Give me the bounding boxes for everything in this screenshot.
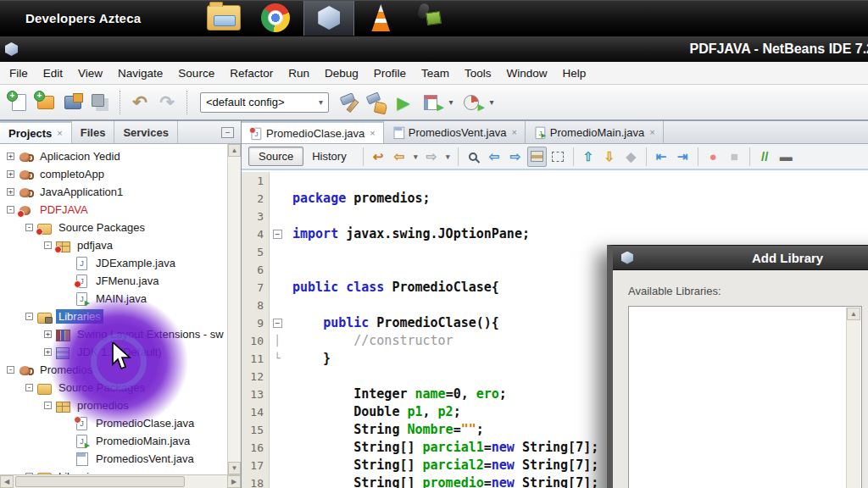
scroll-right-icon[interactable]: ▶ — [227, 475, 241, 488]
menu-team[interactable]: Team — [414, 64, 457, 82]
menu-navigate[interactable]: Navigate — [110, 64, 170, 82]
close-tab-icon[interactable]: × — [57, 128, 62, 138]
toggle-highlight-icon[interactable] — [527, 147, 547, 167]
available-libraries-list[interactable]: ▲ — [628, 306, 862, 488]
minimize-panel-button[interactable]: – — [221, 127, 234, 138]
comment-icon[interactable]: // — [755, 147, 775, 167]
menu-refactor[interactable]: Refactor — [222, 64, 281, 82]
tab-files[interactable]: Files — [72, 121, 115, 143]
redo-button[interactable] — [155, 89, 179, 116]
menu-file[interactable]: File — [2, 64, 36, 82]
expand-icon[interactable]: + — [7, 170, 14, 178]
collapse-icon[interactable]: - — [25, 313, 33, 320]
rectangular-selection-icon[interactable] — [548, 147, 568, 167]
tree-item[interactable]: -promedios — [0, 396, 227, 414]
ddropdown-icon[interactable] — [446, 89, 456, 116]
forward-dropdown-icon[interactable]: ▾ — [443, 147, 453, 167]
record-macro-icon[interactable]: ● — [704, 147, 723, 167]
close-tab-icon[interactable]: × — [511, 127, 516, 137]
minus-icon[interactable]: − — [273, 319, 282, 328]
expand-icon[interactable]: + — [44, 330, 52, 338]
close-tab-icon[interactable]: × — [649, 127, 654, 137]
back-dropdown-icon[interactable]: ▾ — [411, 147, 420, 167]
build-button[interactable] — [337, 89, 361, 116]
expand-icon[interactable]: + — [7, 152, 14, 160]
save-all-button[interactable] — [88, 89, 112, 116]
chrome-icon[interactable] — [261, 3, 290, 32]
tree-vertical-scrollbar[interactable]: ▲ ▼ — [227, 144, 241, 474]
editor-tab[interactable]: PromedioMain.java× — [526, 121, 664, 143]
menu-profile[interactable]: Profile — [366, 64, 414, 82]
fold-collapse-icon[interactable]: − — [270, 314, 285, 332]
netbeans-icon[interactable] — [303, 1, 354, 36]
uncomment-icon[interactable]: ▬ — [776, 147, 796, 167]
collapse-icon[interactable]: - — [44, 241, 52, 249]
close-tab-icon[interactable]: × — [370, 128, 375, 138]
find-icon[interactable] — [464, 147, 483, 167]
menu-edit[interactable]: Edit — [36, 64, 70, 82]
forward-icon[interactable]: ⇨ — [422, 147, 442, 167]
collapse-icon[interactable]: - — [25, 384, 33, 391]
undo-button[interactable] — [128, 89, 152, 116]
history-view-button[interactable]: History — [303, 147, 354, 165]
folder-icon[interactable] — [207, 5, 241, 30]
collapse-icon[interactable]: - — [7, 206, 14, 214]
window-titlebar[interactable]: PDFJAVA - NetBeans IDE 7.2 — [0, 36, 868, 62]
stop-macro-icon[interactable]: ■ — [725, 147, 744, 167]
scroll-up-icon[interactable]: ▲ — [228, 144, 241, 157]
source-view-button[interactable]: Source — [248, 147, 303, 166]
back-icon[interactable]: ⇦ — [390, 147, 409, 167]
tree-item[interactable]: -Libraries — [0, 308, 227, 325]
tree-item[interactable]: +Swing Layout Extensions - sw — [0, 325, 227, 343]
find-next-icon[interactable]: ⇨ — [506, 147, 526, 167]
tree-item[interactable]: -PDFJAVA — [0, 201, 227, 219]
toggle-bookmark-icon[interactable]: ◆ — [621, 147, 641, 167]
last-edit-icon[interactable]: ↩ — [369, 147, 388, 167]
tree-item[interactable]: JFMenu.java — [0, 272, 227, 290]
tree-item[interactable]: MAIN.java — [0, 290, 227, 308]
tree-item[interactable]: JDExample.java — [0, 254, 227, 272]
scroll-left-icon[interactable]: ◀ — [0, 475, 14, 488]
menu-run[interactable]: Run — [281, 64, 317, 82]
new-project-button[interactable] — [34, 89, 58, 116]
clean-build-button[interactable] — [364, 89, 388, 116]
run-button[interactable] — [392, 89, 415, 116]
screen-recorder-icon[interactable] — [414, 3, 442, 33]
collapse-icon[interactable]: - — [25, 224, 33, 231]
vlc-icon[interactable] — [368, 4, 393, 31]
shift-line-right-icon[interactable]: ⇥ — [673, 147, 693, 167]
tree-item[interactable]: -Source Packages — [0, 219, 227, 236]
tree-item[interactable]: -pdfjava — [0, 236, 227, 254]
tree-item[interactable]: +JavaApplication1 — [0, 183, 227, 201]
menu-window[interactable]: Window — [499, 64, 555, 82]
tree-item[interactable]: -Promedios — [0, 361, 227, 379]
tree-item[interactable]: -Libraries — [0, 468, 227, 474]
menu-tools[interactable]: Tools — [457, 64, 499, 82]
next-bookmark-icon[interactable]: ⇩ — [600, 147, 620, 167]
collapse-icon[interactable]: - — [7, 366, 14, 374]
menu-debug[interactable]: Debug — [317, 64, 366, 82]
tree-item[interactable]: +JDK 1.7 (Default) — [0, 343, 227, 361]
previous-bookmark-icon[interactable]: ⇧ — [579, 147, 598, 167]
tree-horizontal-scrollbar[interactable]: ◀ ▶ — [0, 474, 241, 488]
tree-item[interactable]: +completoApp — [0, 165, 227, 183]
expand-icon[interactable]: + — [44, 348, 52, 356]
list-scrollbar[interactable]: ▲ — [846, 308, 860, 488]
config-select[interactable]: <default config>▾ — [200, 92, 329, 113]
expand-icon[interactable]: + — [7, 188, 14, 196]
editor-tab[interactable]: PromedioClase.java× — [242, 121, 384, 143]
menu-view[interactable]: View — [70, 64, 110, 82]
dialog-titlebar[interactable]: Add Library — [613, 246, 868, 270]
tree-item[interactable]: PromedioMain.java — [0, 432, 227, 450]
minus-icon[interactable]: − — [273, 230, 282, 239]
tree-item[interactable]: -Source Packages — [0, 379, 227, 396]
tree-item[interactable]: PromedioClase.java — [0, 414, 227, 432]
tree-item[interactable]: PromediosVent.java — [0, 450, 227, 468]
ddropdown-icon[interactable] — [487, 89, 497, 116]
debug-button[interactable] — [419, 89, 442, 116]
open-project-button[interactable] — [61, 89, 85, 116]
new-file-button[interactable] — [7, 89, 31, 116]
menu-source[interactable]: Source — [170, 64, 222, 82]
scroll-down-icon[interactable]: ▼ — [228, 462, 241, 474]
scrollbar-thumb[interactable] — [15, 476, 185, 487]
